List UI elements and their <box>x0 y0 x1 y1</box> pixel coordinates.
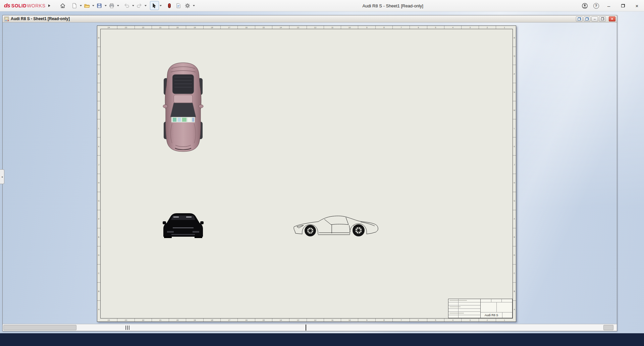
document-titlebar[interactable]: Audi R8 S - Sheet1 [Read-only] – × <box>3 15 617 22</box>
app-titlebar[interactable]: ds SOLID WORKS <box>0 0 644 11</box>
options-button[interactable] <box>183 1 192 10</box>
car-side-view[interactable] <box>292 212 384 239</box>
save-dropdown[interactable] <box>104 1 107 10</box>
hscroll-thumb-left-pane[interactable] <box>3 325 76 330</box>
zone-label: 8 <box>376 319 393 322</box>
zone-label: 11 <box>324 26 341 29</box>
menu-expand-arrow[interactable] <box>48 4 50 7</box>
account-button[interactable] <box>579 0 590 11</box>
zone-label: F <box>513 210 516 228</box>
app-window-title: Audi R8 S - Sheet1 [Read-only] <box>362 0 423 11</box>
app-minimize-button[interactable]: – <box>602 0 616 11</box>
doc-minimize-button[interactable]: – <box>591 16 598 21</box>
zone-label: C <box>513 265 516 283</box>
sheet-zone-ruler-bottom: 242322212019181716151413121110987654321 <box>100 319 513 322</box>
collapsed-panel-tab[interactable]: ◂ <box>0 169 4 184</box>
app-close-button[interactable]: × <box>630 0 644 11</box>
zone-label: 18 <box>204 319 221 322</box>
zone-label: 14 <box>272 319 289 322</box>
open-button[interactable] <box>83 1 92 10</box>
title-block-main: Audi R8 S <box>481 299 512 318</box>
zone-label: D <box>97 246 100 265</box>
rebuild-stoplight-icon <box>166 3 172 9</box>
zone-label: 6 <box>410 319 427 322</box>
user-account-icon <box>582 3 588 9</box>
taskbar[interactable] <box>0 333 644 346</box>
redo-button[interactable] <box>135 1 144 10</box>
zone-label: 12 <box>307 319 324 322</box>
select-tool-button[interactable] <box>150 1 159 10</box>
front-wheel <box>305 225 316 236</box>
zone-label: 17 <box>221 26 238 29</box>
zone-label: 14 <box>272 26 289 29</box>
file-properties-button[interactable] <box>174 1 183 10</box>
ds-logo-icon: ds <box>4 2 10 9</box>
home-button[interactable] <box>58 1 67 10</box>
pane-splitter-handle[interactable] <box>125 326 130 330</box>
zone-label: 18 <box>204 26 221 29</box>
brand-name-solid: SOLID <box>11 3 26 8</box>
options-dropdown[interactable] <box>192 1 196 10</box>
hscroll-thumb-right-pane[interactable] <box>603 325 613 330</box>
print-button[interactable] <box>107 1 116 10</box>
drawing-viewport[interactable]: 242322212019181716151413121110987654321 … <box>3 22 617 324</box>
zone-label: 20 <box>169 319 186 322</box>
zone-label: K <box>513 137 516 156</box>
new-document-icon <box>71 3 77 9</box>
zone-label: Q <box>97 47 100 65</box>
doc-close-button[interactable]: × <box>609 16 615 21</box>
sheet-border-frame <box>100 29 513 319</box>
print-dropdown[interactable] <box>116 1 120 10</box>
rebuild-button[interactable] <box>165 1 174 10</box>
open-dropdown[interactable] <box>92 1 95 10</box>
zone-label: P <box>97 65 100 83</box>
zone-label: 23 <box>117 26 135 29</box>
zone-label: 21 <box>152 26 169 29</box>
undo-dropdown[interactable] <box>131 1 135 10</box>
brand-name-works: WORKS <box>27 3 45 8</box>
undo-button[interactable] <box>122 1 131 10</box>
redo-dropdown[interactable] <box>144 1 147 10</box>
new-document-button[interactable] <box>70 1 79 10</box>
zone-label: 22 <box>135 26 152 29</box>
title-block[interactable]: Audi R8 S <box>448 299 513 318</box>
undo-icon <box>124 3 130 9</box>
zone-label: 10 <box>341 319 358 322</box>
rear-wheel <box>353 224 365 236</box>
doc-pane-left-button[interactable] <box>576 16 583 21</box>
pane-window-icon <box>578 17 581 20</box>
new-document-dropdown[interactable] <box>79 1 83 10</box>
zone-label: 16 <box>238 26 255 29</box>
select-arrow-icon <box>151 3 157 9</box>
zone-label: 19 <box>186 319 203 322</box>
title-block-part-name: Audi R8 S <box>481 312 502 318</box>
zone-label: J <box>513 156 516 174</box>
doc-pane-right-button[interactable] <box>584 16 590 21</box>
car-front-view[interactable] <box>163 212 204 239</box>
save-button[interactable] <box>95 1 104 10</box>
zone-label: L <box>97 119 100 137</box>
zone-label: 24 <box>100 26 117 29</box>
help-button[interactable]: ? <box>590 0 602 11</box>
zone-label: E <box>513 228 516 246</box>
doc-restore-button[interactable] <box>599 16 606 21</box>
zone-label: 2 <box>479 26 496 29</box>
zone-label: 5 <box>427 319 444 322</box>
car-top-view[interactable] <box>163 62 204 152</box>
pane-window-icon <box>585 17 589 20</box>
zone-label: 15 <box>255 26 272 29</box>
zone-label: 22 <box>135 319 152 322</box>
zone-label: Q <box>513 47 516 65</box>
horizontal-scrollbar[interactable] <box>3 324 617 331</box>
title-block-scale-cell <box>502 312 512 318</box>
redo-icon <box>136 3 142 9</box>
zone-label: 12 <box>307 26 324 29</box>
drawing-sheet[interactable]: 242322212019181716151413121110987654321 … <box>97 25 516 322</box>
zone-label: H <box>513 174 516 192</box>
title-block-revision-table <box>448 299 481 318</box>
select-tool-dropdown[interactable] <box>159 1 162 10</box>
zone-label: 2 <box>479 319 496 322</box>
zone-label: 15 <box>255 319 272 322</box>
app-restore-button[interactable] <box>616 0 630 11</box>
print-icon <box>109 3 115 9</box>
